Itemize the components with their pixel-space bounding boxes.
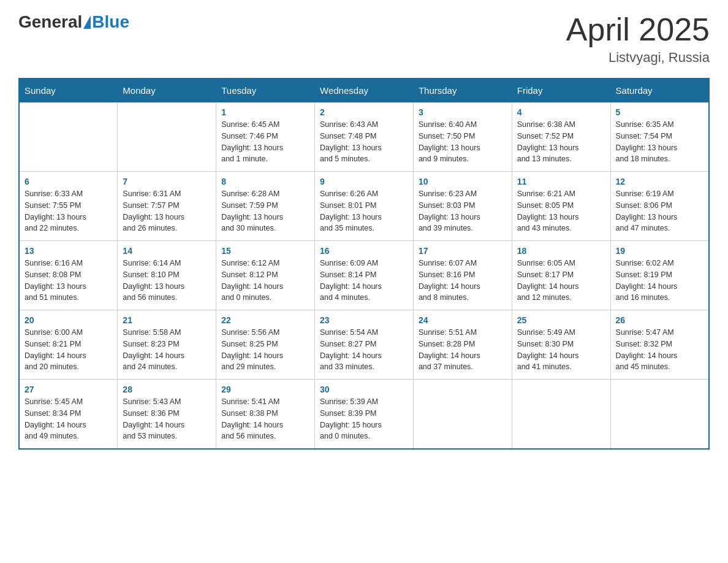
calendar-cell: 5Sunrise: 6:35 AMSunset: 7:54 PMDaylight… — [610, 102, 709, 172]
weekday-header-saturday: Saturday — [610, 79, 709, 102]
day-info: Sunrise: 6:00 AMSunset: 8:21 PMDaylight:… — [25, 327, 112, 373]
calendar-cell: 26Sunrise: 5:47 AMSunset: 8:32 PMDayligh… — [610, 310, 709, 380]
day-info: Sunrise: 5:54 AMSunset: 8:27 PMDaylight:… — [320, 327, 408, 373]
calendar-cell: 2Sunrise: 6:43 AMSunset: 7:48 PMDaylight… — [315, 102, 414, 172]
calendar-cell: 9Sunrise: 6:26 AMSunset: 8:01 PMDaylight… — [315, 172, 414, 241]
day-info: Sunrise: 6:35 AMSunset: 7:54 PMDaylight:… — [616, 119, 703, 165]
calendar-cell — [118, 102, 216, 172]
calendar-cell: 24Sunrise: 5:51 AMSunset: 8:28 PMDayligh… — [413, 310, 512, 380]
calendar-cell: 15Sunrise: 6:12 AMSunset: 8:12 PMDayligh… — [216, 241, 315, 310]
calendar-cell: 29Sunrise: 5:41 AMSunset: 8:38 PMDayligh… — [216, 380, 315, 450]
weekday-header-monday: Monday — [118, 79, 216, 102]
day-info: Sunrise: 6:38 AMSunset: 7:52 PMDaylight:… — [517, 119, 605, 165]
weekday-header-thursday: Thursday — [413, 79, 512, 102]
calendar-week-3: 13Sunrise: 6:16 AMSunset: 8:08 PMDayligh… — [19, 241, 709, 310]
day-number: 14 — [123, 246, 211, 256]
day-info: Sunrise: 6:33 AMSunset: 7:55 PMDaylight:… — [25, 188, 112, 234]
logo-blue-text: Blue — [92, 12, 129, 32]
logo: General Blue — [18, 12, 129, 32]
day-number: 12 — [616, 177, 703, 186]
calendar-cell: 3Sunrise: 6:40 AMSunset: 7:50 PMDaylight… — [413, 102, 512, 172]
calendar-cell: 16Sunrise: 6:09 AMSunset: 8:14 PMDayligh… — [315, 241, 414, 310]
calendar-cell: 7Sunrise: 6:31 AMSunset: 7:57 PMDaylight… — [118, 172, 216, 241]
calendar-cell: 25Sunrise: 5:49 AMSunset: 8:30 PMDayligh… — [512, 310, 610, 380]
calendar-cell: 1Sunrise: 6:45 AMSunset: 7:46 PMDaylight… — [216, 102, 315, 172]
calendar-cell — [610, 380, 709, 450]
day-number: 29 — [221, 385, 309, 394]
calendar-cell: 18Sunrise: 6:05 AMSunset: 8:17 PMDayligh… — [512, 241, 610, 310]
logo-general-text: General — [18, 12, 82, 32]
day-info: Sunrise: 6:14 AMSunset: 8:10 PMDaylight:… — [123, 258, 211, 304]
calendar-week-1: 1Sunrise: 6:45 AMSunset: 7:46 PMDaylight… — [19, 102, 709, 172]
weekday-header-tuesday: Tuesday — [216, 79, 315, 102]
calendar-cell: 12Sunrise: 6:19 AMSunset: 8:06 PMDayligh… — [610, 172, 709, 241]
weekday-header-sunday: Sunday — [19, 79, 118, 102]
month-title: April 2025 — [566, 12, 710, 47]
day-number: 20 — [25, 315, 112, 325]
calendar-cell: 30Sunrise: 5:39 AMSunset: 8:39 PMDayligh… — [315, 380, 414, 450]
day-info: Sunrise: 5:56 AMSunset: 8:25 PMDaylight:… — [221, 327, 309, 373]
day-number: 9 — [320, 177, 408, 186]
day-info: Sunrise: 6:45 AMSunset: 7:46 PMDaylight:… — [221, 119, 309, 165]
day-number: 10 — [419, 177, 507, 186]
calendar-week-4: 20Sunrise: 6:00 AMSunset: 8:21 PMDayligh… — [19, 310, 709, 380]
day-number: 3 — [419, 107, 507, 117]
day-info: Sunrise: 5:39 AMSunset: 8:39 PMDaylight:… — [320, 396, 408, 442]
day-number: 22 — [221, 315, 309, 325]
title-block: April 2025 Listvyagi, Russia — [566, 12, 710, 66]
day-number: 21 — [123, 315, 211, 325]
day-number: 2 — [320, 107, 408, 117]
day-number: 28 — [123, 385, 211, 394]
day-info: Sunrise: 6:09 AMSunset: 8:14 PMDaylight:… — [320, 258, 408, 304]
logo-triangle-icon — [83, 15, 91, 29]
weekday-header-friday: Friday — [512, 79, 610, 102]
calendar-table: SundayMondayTuesdayWednesdayThursdayFrid… — [18, 78, 710, 450]
day-number: 16 — [320, 246, 408, 256]
day-info: Sunrise: 5:47 AMSunset: 8:32 PMDaylight:… — [616, 327, 703, 373]
calendar-header: SundayMondayTuesdayWednesdayThursdayFrid… — [19, 79, 709, 102]
day-info: Sunrise: 5:43 AMSunset: 8:36 PMDaylight:… — [123, 396, 211, 442]
calendar-cell: 8Sunrise: 6:28 AMSunset: 7:59 PMDaylight… — [216, 172, 315, 241]
day-info: Sunrise: 6:02 AMSunset: 8:19 PMDaylight:… — [616, 258, 703, 304]
day-number: 17 — [419, 246, 507, 256]
calendar-cell: 21Sunrise: 5:58 AMSunset: 8:23 PMDayligh… — [118, 310, 216, 380]
day-info: Sunrise: 6:43 AMSunset: 7:48 PMDaylight:… — [320, 119, 408, 165]
calendar-cell: 23Sunrise: 5:54 AMSunset: 8:27 PMDayligh… — [315, 310, 414, 380]
day-info: Sunrise: 5:45 AMSunset: 8:34 PMDaylight:… — [25, 396, 112, 442]
day-info: Sunrise: 6:05 AMSunset: 8:17 PMDaylight:… — [517, 258, 605, 304]
day-number: 24 — [419, 315, 507, 325]
calendar-cell — [413, 380, 512, 450]
day-info: Sunrise: 5:51 AMSunset: 8:28 PMDaylight:… — [419, 327, 507, 373]
day-info: Sunrise: 5:49 AMSunset: 8:30 PMDaylight:… — [517, 327, 605, 373]
calendar-cell — [512, 380, 610, 450]
day-number: 19 — [616, 246, 703, 256]
calendar-cell: 14Sunrise: 6:14 AMSunset: 8:10 PMDayligh… — [118, 241, 216, 310]
day-info: Sunrise: 6:28 AMSunset: 7:59 PMDaylight:… — [221, 188, 309, 234]
day-info: Sunrise: 6:40 AMSunset: 7:50 PMDaylight:… — [419, 119, 507, 165]
day-number: 30 — [320, 385, 408, 394]
day-info: Sunrise: 6:31 AMSunset: 7:57 PMDaylight:… — [123, 188, 211, 234]
page-header: General Blue April 2025 Listvyagi, Russi… — [18, 12, 710, 66]
day-info: Sunrise: 6:07 AMSunset: 8:16 PMDaylight:… — [419, 258, 507, 304]
weekday-header-row: SundayMondayTuesdayWednesdayThursdayFrid… — [19, 79, 709, 102]
calendar-body: 1Sunrise: 6:45 AMSunset: 7:46 PMDaylight… — [19, 102, 709, 450]
calendar-cell: 4Sunrise: 6:38 AMSunset: 7:52 PMDaylight… — [512, 102, 610, 172]
day-number: 18 — [517, 246, 605, 256]
day-number: 27 — [25, 385, 112, 394]
calendar-cell: 28Sunrise: 5:43 AMSunset: 8:36 PMDayligh… — [118, 380, 216, 450]
day-number: 5 — [616, 107, 703, 117]
day-info: Sunrise: 6:16 AMSunset: 8:08 PMDaylight:… — [25, 258, 112, 304]
calendar-cell: 11Sunrise: 6:21 AMSunset: 8:05 PMDayligh… — [512, 172, 610, 241]
calendar-cell: 10Sunrise: 6:23 AMSunset: 8:03 PMDayligh… — [413, 172, 512, 241]
day-info: Sunrise: 6:26 AMSunset: 8:01 PMDaylight:… — [320, 188, 408, 234]
calendar-cell: 17Sunrise: 6:07 AMSunset: 8:16 PMDayligh… — [413, 241, 512, 310]
day-number: 25 — [517, 315, 605, 325]
calendar-week-2: 6Sunrise: 6:33 AMSunset: 7:55 PMDaylight… — [19, 172, 709, 241]
day-number: 6 — [25, 177, 112, 186]
day-number: 11 — [517, 177, 605, 186]
calendar-cell: 19Sunrise: 6:02 AMSunset: 8:19 PMDayligh… — [610, 241, 709, 310]
day-number: 23 — [320, 315, 408, 325]
calendar-cell: 6Sunrise: 6:33 AMSunset: 7:55 PMDaylight… — [19, 172, 118, 241]
day-info: Sunrise: 6:19 AMSunset: 8:06 PMDaylight:… — [616, 188, 703, 234]
day-info: Sunrise: 5:41 AMSunset: 8:38 PMDaylight:… — [221, 396, 309, 442]
